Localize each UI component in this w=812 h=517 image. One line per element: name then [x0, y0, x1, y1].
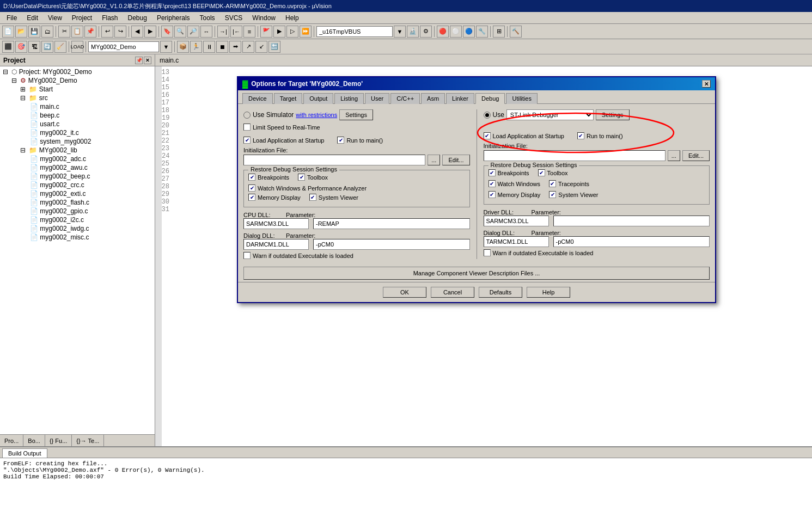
- right-mem-checkbox[interactable]: ✔: [489, 191, 496, 198]
- tab-utilities[interactable]: Utilities: [506, 93, 537, 104]
- tab-linker[interactable]: Linker: [446, 93, 474, 104]
- right-driver-dll-input[interactable]: [484, 216, 549, 226]
- right-toolbox-checkbox[interactable]: ✔: [538, 169, 545, 176]
- right-load-app-row: ✔ Load Application at Startup ✔ Run to m…: [484, 132, 710, 139]
- left-cpu-dll-inputs: [243, 218, 470, 229]
- right-driver-param-label: Parameter:: [532, 209, 561, 216]
- right-driver-dll-label: Driver DLL:: [484, 209, 527, 216]
- simulator-settings-btn[interactable]: Settings: [339, 109, 373, 120]
- limit-speed-label: Limit Speed to Real-Time: [253, 124, 320, 131]
- right-warn-label: Warn if outdated Executable is loaded: [493, 250, 594, 256]
- left-dialog-param-label: Parameter:: [286, 232, 315, 239]
- right-browse-btn[interactable]: ...: [668, 150, 680, 161]
- dialog-body: Use Simulator with restrictions Settings…: [238, 104, 715, 264]
- left-bp-row: ✔ Breakpoints: [248, 174, 289, 181]
- tab-listing[interactable]: Listing: [334, 93, 364, 104]
- tab-debug[interactable]: Debug: [475, 93, 505, 104]
- dialog-close-btn[interactable]: ✕: [702, 80, 711, 88]
- limit-speed-row: Limit Speed to Real-Time: [243, 124, 470, 131]
- right-settings-btn[interactable]: Settings: [596, 109, 630, 120]
- left-watch-row: ✔ Watch Windows & Performance Analyzer: [248, 184, 465, 192]
- left-bp-checkbox[interactable]: ✔: [248, 174, 255, 181]
- right-dialog-dll-input[interactable]: [484, 236, 549, 247]
- left-toolbox-row: ✔ Toolbox: [298, 174, 328, 181]
- right-watch-checkbox[interactable]: ✔: [489, 180, 496, 187]
- left-cpu-dll-row: CPU DLL: Parameter:: [243, 212, 470, 218]
- right-run-main-checkbox[interactable]: ✔: [577, 132, 584, 139]
- dialog-logo-icon: ▓: [242, 79, 248, 88]
- left-dialog-dll-inputs: [243, 239, 470, 250]
- left-cpu-param-label: Parameter:: [286, 212, 315, 218]
- right-restore-label: Restore Debug Session Settings: [489, 162, 579, 168]
- left-edit-btn[interactable]: Edit...: [442, 155, 469, 165]
- right-load-app-checkbox[interactable]: ✔: [484, 132, 491, 139]
- left-sv-checkbox[interactable]: ✔: [309, 194, 316, 201]
- help-btn[interactable]: Help: [527, 287, 570, 298]
- right-mem-label: Memory Display: [498, 192, 541, 198]
- right-driver-dll-row: Driver DLL: Parameter:: [484, 209, 710, 216]
- right-edit-btn[interactable]: Edit...: [682, 150, 710, 161]
- tab-cpp[interactable]: C/C++: [390, 93, 420, 104]
- right-restore-group: Restore Debug Session Settings ✔ Breakpo…: [484, 165, 710, 205]
- right-init-input[interactable]: [484, 150, 666, 161]
- left-load-app-row: ✔ Load Application at Startup ✔ Run to m…: [243, 137, 470, 144]
- right-trace-checkbox[interactable]: ✔: [549, 180, 556, 187]
- tab-output[interactable]: Output: [303, 93, 333, 104]
- right-use-radio[interactable]: [484, 112, 491, 119]
- dialog-left: Use Simulator with restrictions Settings…: [243, 109, 470, 259]
- left-warn-row: Warn if outdated Executable is loaded: [243, 252, 470, 259]
- left-init-input[interactable]: [243, 155, 425, 165]
- right-watch-label: Watch Windows: [498, 181, 540, 187]
- left-warn-checkbox[interactable]: [243, 252, 251, 259]
- right-dialog-param-input[interactable]: [553, 236, 710, 247]
- left-warn-label: Warn if outdated Executable is loaded: [253, 253, 353, 259]
- right-bp-checkbox[interactable]: ✔: [489, 169, 496, 176]
- cancel-btn[interactable]: Cancel: [431, 287, 474, 298]
- left-browse-btn[interactable]: ...: [428, 155, 440, 165]
- right-driver-dll-inputs: [484, 216, 710, 226]
- left-watch-checkbox[interactable]: ✔: [248, 184, 255, 192]
- right-trace-label: Tracepoints: [558, 181, 589, 187]
- left-toolbox-checkbox[interactable]: ✔: [298, 174, 305, 181]
- ok-btn[interactable]: OK: [383, 287, 426, 298]
- left-cpu-dll-input[interactable]: [243, 218, 309, 229]
- left-cpu-param-input[interactable]: [313, 218, 470, 229]
- left-toolbox-label: Toolbox: [307, 174, 328, 181]
- right-restore-options-2: ✔ Watch Windows ✔ Tracepoints: [489, 180, 705, 189]
- dialog-overlay: ▓ Options for Target 'MYg0002_Demo' ✕ De…: [0, 0, 812, 517]
- tab-target[interactable]: Target: [274, 93, 303, 104]
- dialog-right: Use ST-Link Debugger ULINK2/ME Cortex De…: [484, 109, 710, 259]
- with-restrictions-link[interactable]: with restrictions: [296, 112, 337, 118]
- defaults-btn[interactable]: Defaults: [479, 287, 522, 298]
- dialog-separator: [477, 109, 477, 259]
- left-cpu-dll-label: CPU DLL:: [243, 212, 282, 218]
- left-bp-label: Breakpoints: [258, 174, 289, 181]
- right-dialog-dll-label: Dialog DLL:: [484, 230, 527, 236]
- tab-user[interactable]: User: [365, 93, 389, 104]
- left-load-app-checkbox[interactable]: ✔: [243, 137, 251, 144]
- left-dialog-dll-input[interactable]: [243, 239, 309, 250]
- simulator-radio[interactable]: [243, 112, 251, 119]
- left-restore-options: ✔ Breakpoints ✔ Toolbox: [248, 174, 465, 182]
- right-restore-options-1: ✔ Breakpoints ✔ Toolbox: [489, 169, 705, 178]
- left-run-main-checkbox[interactable]: ✔: [337, 137, 344, 144]
- right-init-row: ... Edit...: [484, 150, 710, 161]
- right-mem-sv-row: ✔ Memory Display ✔ System Viewer: [489, 191, 705, 200]
- tab-device[interactable]: Device: [242, 93, 273, 104]
- left-restore-label: Restore Debug Session Settings: [248, 166, 339, 173]
- options-dialog: ▓ Options for Target 'MYg0002_Demo' ✕ De…: [237, 76, 716, 303]
- right-warn-checkbox[interactable]: [484, 249, 491, 256]
- right-sv-checkbox[interactable]: ✔: [549, 191, 556, 198]
- manage-component-btn[interactable]: Manage Component Viewer Description File…: [243, 267, 710, 280]
- right-driver-param-input[interactable]: [553, 216, 710, 226]
- left-mem-label: Memory Display: [258, 194, 301, 201]
- debugger-dropdown[interactable]: ST-Link Debugger ULINK2/ME Cortex Debugg…: [506, 109, 594, 120]
- left-init-label: Initialization File:: [243, 147, 470, 153]
- right-use-row: Use ST-Link Debugger ULINK2/ME Cortex De…: [484, 109, 710, 120]
- limit-speed-checkbox[interactable]: [243, 124, 251, 131]
- left-mem-checkbox[interactable]: ✔: [248, 194, 255, 201]
- tab-asm[interactable]: Asm: [421, 93, 445, 104]
- right-dialog-dll-inputs: [484, 236, 710, 247]
- right-sv-label: System Viewer: [558, 192, 598, 198]
- left-dialog-param-input[interactable]: [313, 239, 470, 250]
